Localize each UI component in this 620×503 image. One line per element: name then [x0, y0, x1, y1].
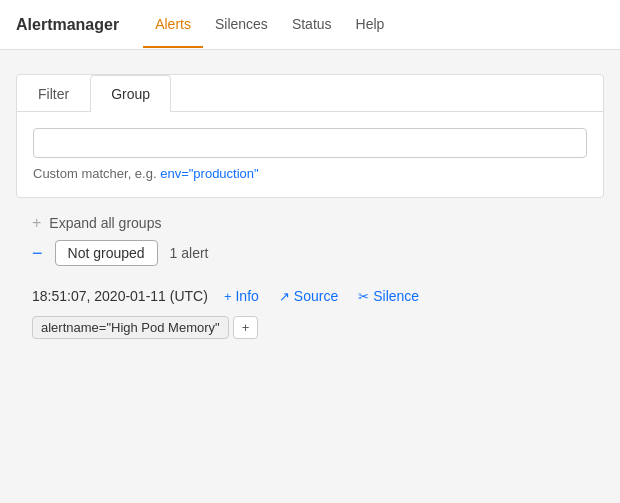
- nav-status[interactable]: Status: [280, 2, 344, 48]
- alert-count: 1 alert: [170, 245, 209, 261]
- nav-alerts[interactable]: Alerts: [143, 2, 203, 48]
- plus-icon: +: [32, 214, 41, 232]
- filter-hint-text: Custom matcher, e.g.: [33, 166, 157, 181]
- tab-content: Custom matcher, e.g. env="production": [17, 112, 603, 197]
- collapse-icon: −: [32, 244, 43, 262]
- brand: Alertmanager: [16, 16, 119, 34]
- label-badge: alertname="High Pod Memory": [32, 316, 229, 339]
- filter-group-card: Filter Group Custom matcher, e.g. env="p…: [16, 74, 604, 198]
- silence-icon: ✂: [358, 289, 369, 304]
- collapse-button[interactable]: −: [32, 244, 43, 262]
- info-button[interactable]: + Info: [220, 286, 263, 306]
- alert-timestamp-row: 18:51:07, 2020-01-11 (UTC) + Info ↗ Sour…: [32, 286, 588, 306]
- expand-label[interactable]: Expand all groups: [49, 215, 161, 231]
- navbar: Alertmanager Alerts Silences Status Help: [0, 0, 620, 50]
- tab-filter[interactable]: Filter: [17, 75, 90, 112]
- nav-links: Alerts Silences Status Help: [143, 2, 396, 48]
- filter-hint-link[interactable]: env="production": [160, 166, 259, 181]
- tab-group[interactable]: Group: [90, 75, 171, 112]
- main-content: Filter Group Custom matcher, e.g. env="p…: [0, 50, 620, 387]
- tabs: Filter Group: [17, 75, 603, 112]
- silence-label: Silence: [373, 288, 419, 304]
- nav-silences[interactable]: Silences: [203, 2, 280, 48]
- info-label: Info: [235, 288, 258, 304]
- alert-item: 18:51:07, 2020-01-11 (UTC) + Info ↗ Sour…: [32, 278, 588, 347]
- alert-timestamp: 18:51:07, 2020-01-11 (UTC): [32, 288, 208, 304]
- source-button[interactable]: ↗ Source: [275, 286, 342, 306]
- nav-help[interactable]: Help: [344, 2, 397, 48]
- add-label-button[interactable]: +: [233, 316, 259, 339]
- info-icon: +: [224, 289, 232, 304]
- labels-row: alertname="High Pod Memory" +: [32, 316, 588, 339]
- group-name: Not grouped: [55, 240, 158, 266]
- filter-input[interactable]: [33, 128, 587, 158]
- filter-hint: Custom matcher, e.g. env="production": [33, 166, 587, 181]
- expand-row: + Expand all groups: [16, 206, 604, 240]
- group-header: − Not grouped 1 alert: [32, 240, 588, 266]
- group-section: − Not grouped 1 alert 18:51:07, 2020-01-…: [16, 240, 604, 363]
- source-label: Source: [294, 288, 338, 304]
- source-icon: ↗: [279, 289, 290, 304]
- silence-button[interactable]: ✂ Silence: [354, 286, 423, 306]
